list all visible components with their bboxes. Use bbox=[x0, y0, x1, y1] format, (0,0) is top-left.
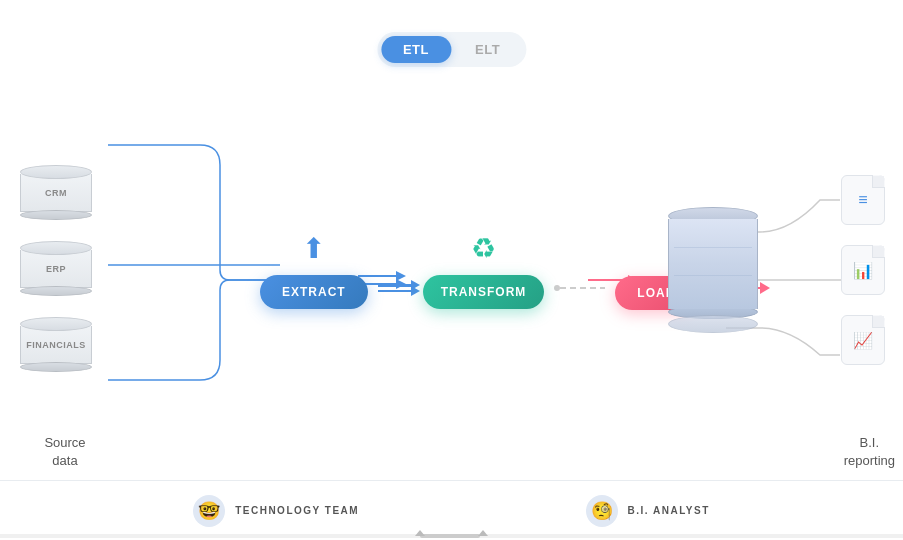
target-cylinder bbox=[668, 207, 758, 333]
arrow-bottom bbox=[378, 290, 413, 293]
bi-reporting-group: ≡ 📊 📈 bbox=[841, 175, 885, 365]
erp-label: ERP bbox=[46, 264, 66, 274]
bi-corner bbox=[872, 176, 884, 188]
erp-database: ERP bbox=[20, 241, 92, 299]
technology-label-suffix: TEAM bbox=[321, 505, 360, 516]
etl-elt-toggle: ETL ELT bbox=[377, 32, 526, 67]
scrollbar[interactable] bbox=[0, 534, 903, 538]
source-databases: CRM ERP FINANCIALS bbox=[20, 165, 92, 375]
target-ring bbox=[668, 315, 758, 333]
db-body: FINANCIALS bbox=[20, 326, 92, 364]
transform-node: TRANSFORM bbox=[423, 275, 545, 309]
financials-label: FINANCIALS bbox=[26, 340, 86, 350]
db-body: CRM bbox=[20, 174, 92, 212]
bi-item-list: ≡ bbox=[841, 175, 885, 225]
bi-corner bbox=[872, 246, 884, 258]
etl-button[interactable]: ETL bbox=[381, 36, 451, 63]
bi-reporting-caption: B.I. reporting bbox=[844, 434, 895, 470]
bi-corner bbox=[872, 316, 884, 328]
bi-analyst-label-text: B.I. ANALYST bbox=[628, 505, 710, 516]
footer: 🤓 TECHNOLOGY TEAM 🧐 B.I. ANALYST bbox=[0, 480, 903, 540]
chart-icon: 📊 bbox=[853, 261, 873, 280]
db-body: ERP bbox=[20, 250, 92, 288]
technology-label-bold: TECHNOLOGY bbox=[235, 505, 320, 516]
technology-team: 🤓 TECHNOLOGY TEAM bbox=[193, 495, 359, 527]
source-data-caption: Source data bbox=[20, 434, 110, 470]
transform-wrapper: ♻ TRANSFORM bbox=[423, 232, 545, 309]
extract-node: EXTRACT bbox=[260, 275, 368, 309]
dashed-arrow-container bbox=[554, 285, 605, 291]
technology-avatar: 🤓 bbox=[193, 495, 225, 527]
db-top bbox=[20, 241, 92, 255]
bi-item-bar: 📈 bbox=[841, 315, 885, 365]
bi-avatar: 🧐 bbox=[586, 495, 618, 527]
bi-analyst-team: 🧐 B.I. ANALYST bbox=[586, 495, 710, 527]
db-bottom bbox=[20, 362, 92, 372]
db-top bbox=[20, 165, 92, 179]
dashed-line bbox=[560, 287, 605, 289]
technology-avatar-icon: 🤓 bbox=[198, 500, 220, 522]
target-database bbox=[668, 207, 758, 333]
crm-database: CRM bbox=[20, 165, 92, 223]
extract-wrapper: ⬆ EXTRACT bbox=[260, 232, 368, 309]
double-arrow bbox=[378, 284, 413, 292]
bi-analyst-label: B.I. ANALYST bbox=[628, 505, 710, 516]
scroll-arrow-right[interactable] bbox=[478, 530, 488, 536]
db-top bbox=[20, 317, 92, 331]
technology-team-label: TECHNOLOGY TEAM bbox=[235, 505, 359, 516]
db-bottom bbox=[20, 210, 92, 220]
elt-button[interactable]: ELT bbox=[453, 36, 522, 63]
crm-label: CRM bbox=[45, 188, 67, 198]
list-icon: ≡ bbox=[858, 191, 867, 209]
bar-icon: 📈 bbox=[853, 331, 873, 350]
upload-icon: ⬆ bbox=[302, 232, 325, 265]
financials-database: FINANCIALS bbox=[20, 317, 92, 375]
scroll-arrow-left[interactable] bbox=[415, 530, 425, 536]
target-body bbox=[668, 219, 758, 309]
arrow-top bbox=[378, 284, 413, 287]
cloud-refresh-icon: ♻ bbox=[471, 232, 496, 265]
bi-avatar-icon: 🧐 bbox=[591, 500, 613, 522]
scrollbar-thumb[interactable] bbox=[420, 534, 480, 538]
bi-item-chart: 📊 bbox=[841, 245, 885, 295]
db-bottom bbox=[20, 286, 92, 296]
